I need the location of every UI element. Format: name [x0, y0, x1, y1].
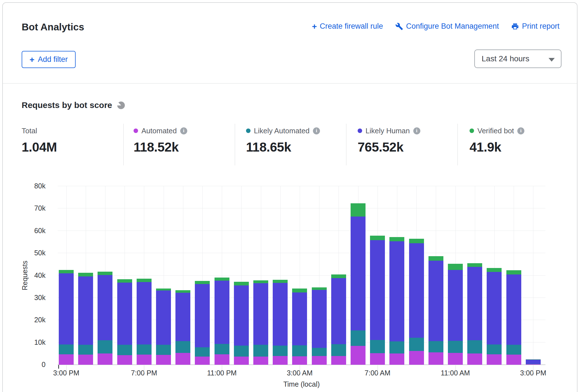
create-firewall-rule-link[interactable]: + Create firewall rule [312, 22, 383, 31]
bar-segment-likely-human[interactable] [292, 292, 307, 345]
bar-segment-automated[interactable] [370, 353, 385, 365]
bar-segment-likely-human[interactable] [428, 261, 443, 341]
bar-segment-automated[interactable] [273, 356, 288, 365]
bar-segment-likely-automated[interactable] [409, 338, 424, 351]
bar-segment-likely-automated[interactable] [487, 344, 502, 354]
bar-segment-likely-human[interactable] [175, 293, 190, 341]
bar-segment-automated[interactable] [331, 356, 346, 365]
bar-segment-likely-human[interactable] [487, 272, 502, 344]
time-range-select[interactable]: Last 24 hours [474, 49, 561, 68]
bar-segment-likely-human[interactable] [215, 281, 229, 344]
bar-segment-automated[interactable] [98, 353, 112, 365]
bar-segment-likely-human[interactable] [351, 217, 366, 330]
bar-segment-verified-bot[interactable] [234, 282, 249, 285]
bar-segment-likely-automated[interactable] [448, 341, 463, 353]
bar-segment-automated[interactable] [59, 354, 74, 365]
bar-segment-likely-automated[interactable] [273, 346, 288, 356]
bar-segment-automated[interactable] [312, 356, 327, 365]
bar-segment-verified-bot[interactable] [331, 274, 346, 278]
bar-segment-verified-bot[interactable] [117, 279, 132, 283]
configure-bot-management-link[interactable]: Configure Bot Management [395, 22, 499, 31]
bar-segment-likely-automated[interactable] [59, 344, 74, 354]
bar-segment-likely-human[interactable] [78, 276, 93, 345]
bar-segment-likely-automated[interactable] [526, 364, 541, 364]
bar-segment-likely-human[interactable] [156, 290, 171, 344]
bar-segment-automated[interactable] [428, 352, 443, 365]
bar-segment-automated[interactable] [156, 355, 171, 365]
bar-segment-likely-automated[interactable] [117, 345, 132, 355]
bar-segment-automated[interactable] [526, 364, 541, 365]
bar-segment-likely-human[interactable] [273, 283, 288, 345]
bar-segment-automated[interactable] [195, 357, 210, 365]
info-icon[interactable]: i [313, 127, 320, 134]
bar-segment-automated[interactable] [409, 351, 424, 365]
bar-segment-automated[interactable] [292, 356, 307, 365]
bar-segment-likely-human[interactable] [409, 243, 424, 338]
bar-segment-likely-automated[interactable] [195, 347, 210, 357]
bar-segment-verified-bot[interactable] [467, 263, 482, 267]
bar-segment-likely-human[interactable] [195, 284, 210, 347]
bar-segment-likely-human[interactable] [137, 282, 152, 344]
bar-segment-verified-bot[interactable] [253, 280, 268, 283]
bar-segment-automated[interactable] [253, 357, 268, 365]
bar-segment-likely-automated[interactable] [137, 344, 152, 355]
bar-segment-verified-bot[interactable] [98, 272, 112, 275]
bar-segment-verified-bot[interactable] [351, 203, 366, 217]
bar-segment-likely-human[interactable] [331, 278, 346, 344]
bar-segment-likely-automated[interactable] [467, 340, 482, 353]
bar-segment-verified-bot[interactable] [448, 264, 463, 270]
bar-segment-likely-automated[interactable] [351, 330, 366, 346]
info-icon[interactable]: i [413, 127, 420, 134]
print-report-link[interactable]: Print report [511, 22, 560, 31]
bar-segment-likely-automated[interactable] [98, 340, 112, 353]
info-icon[interactable]: i [180, 127, 187, 134]
bar-segment-likely-automated[interactable] [253, 345, 268, 357]
bar-segment-likely-human[interactable] [526, 360, 541, 364]
add-filter-button[interactable]: + Add filter [22, 51, 76, 68]
bar-segment-automated[interactable] [351, 346, 366, 365]
bar-segment-likely-automated[interactable] [312, 348, 327, 356]
bar-segment-verified-bot[interactable] [506, 270, 521, 274]
bar-segment-verified-bot[interactable] [409, 239, 424, 243]
bar-segment-verified-bot[interactable] [389, 237, 404, 241]
bar-segment-likely-human[interactable] [506, 274, 521, 345]
bar-segment-automated[interactable] [215, 354, 229, 365]
bar-segment-likely-automated[interactable] [506, 345, 521, 355]
bar-segment-likely-automated[interactable] [292, 345, 307, 356]
bar-segment-automated[interactable] [234, 357, 249, 365]
bar-segment-likely-automated[interactable] [215, 344, 229, 354]
bar-segment-automated[interactable] [389, 353, 404, 365]
bar-segment-verified-bot[interactable] [215, 278, 229, 280]
bar-segment-likely-human[interactable] [312, 290, 327, 348]
bar-segment-likely-automated[interactable] [428, 341, 443, 352]
bar-segment-verified-bot[interactable] [312, 287, 327, 290]
info-icon[interactable]: i [517, 127, 524, 134]
bar-segment-automated[interactable] [175, 353, 190, 365]
bar-segment-verified-bot[interactable] [292, 289, 307, 292]
bar-segment-verified-bot[interactable] [370, 236, 385, 240]
bar-segment-automated[interactable] [137, 355, 152, 365]
bar-segment-likely-human[interactable] [448, 270, 463, 341]
bar-segment-verified-bot[interactable] [487, 268, 502, 272]
bar-segment-likely-human[interactable] [98, 275, 112, 341]
bar-segment-likely-human[interactable] [59, 273, 74, 344]
bar-segment-verified-bot[interactable] [428, 256, 443, 261]
bar-segment-likely-human[interactable] [370, 240, 385, 340]
bar-segment-verified-bot[interactable] [175, 290, 190, 293]
bar-segment-automated[interactable] [487, 354, 502, 365]
bar-segment-automated[interactable] [78, 355, 93, 365]
bar-segment-likely-human[interactable] [467, 267, 482, 340]
bar-segment-likely-automated[interactable] [78, 345, 93, 355]
bar-segment-verified-bot[interactable] [137, 279, 152, 282]
bar-segment-verified-bot[interactable] [526, 359, 541, 360]
bar-segment-automated[interactable] [506, 355, 521, 365]
bar-segment-verified-bot[interactable] [59, 270, 74, 273]
bar-segment-likely-automated[interactable] [331, 344, 346, 356]
bar-segment-likely-human[interactable] [234, 285, 249, 346]
bar-segment-automated[interactable] [467, 353, 482, 365]
bar-segment-likely-automated[interactable] [370, 340, 385, 353]
bar-segment-automated[interactable] [448, 353, 463, 365]
bar-segment-likely-automated[interactable] [156, 345, 171, 355]
bar-segment-likely-automated[interactable] [234, 346, 249, 357]
bar-segment-verified-bot[interactable] [195, 281, 210, 284]
